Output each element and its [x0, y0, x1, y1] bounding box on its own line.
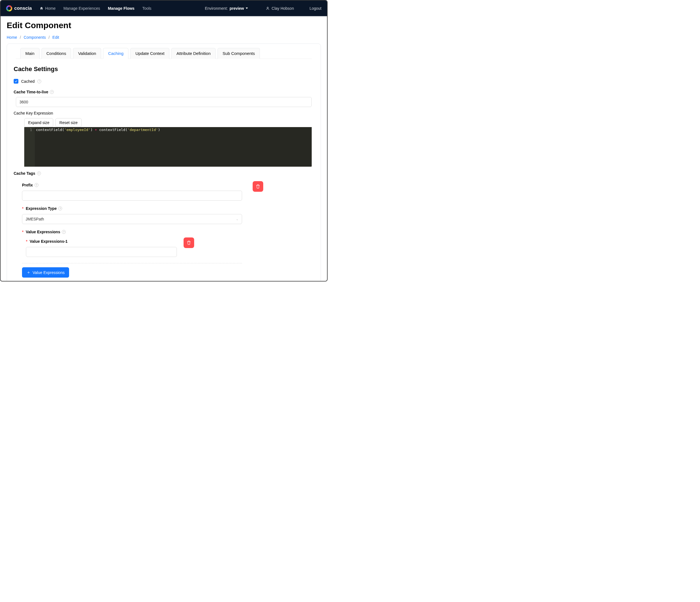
brand: conscia: [6, 5, 32, 11]
card: Main Conditions Validation Caching Updat…: [7, 44, 321, 281]
user-menu[interactable]: Clay Hobson: [266, 6, 294, 10]
expression-type-label: Expression Type: [26, 206, 56, 211]
tab-sub-components[interactable]: Sub Components: [218, 48, 260, 59]
nav-manage-experiences[interactable]: Manage Experiences: [64, 6, 100, 10]
top-nav: conscia Home Manage Experiences Manage F…: [1, 1, 327, 16]
chevron-down-icon: ⌄: [236, 217, 239, 221]
delete-tag-button[interactable]: [253, 181, 263, 192]
tab-conditions[interactable]: Conditions: [42, 48, 71, 59]
trash-icon: [186, 241, 191, 245]
nav-links: Home Manage Experiences Manage Flows Too…: [40, 6, 151, 10]
nav-manage-flows[interactable]: Manage Flows: [108, 6, 134, 10]
cache-tags-label: Cache Tags: [14, 171, 35, 175]
content-area[interactable]: Edit Component Home / Components / Edit …: [1, 17, 327, 281]
help-icon[interactable]: ?: [50, 90, 54, 94]
breadcrumb: Home / Components / Edit: [7, 35, 321, 40]
required-marker: *: [26, 239, 27, 244]
cached-checkbox[interactable]: [14, 79, 18, 83]
tab-attribute-definition[interactable]: Attribute Definition: [171, 48, 216, 59]
divider: [22, 263, 242, 263]
tab-validation[interactable]: Validation: [73, 48, 101, 59]
code-editor[interactable]: 1 contextField('employeeId') + contextFi…: [24, 127, 312, 167]
help-icon[interactable]: ?: [37, 79, 41, 83]
breadcrumb-edit: Edit: [52, 35, 59, 40]
add-value-expressions-label: Value Expressions: [32, 270, 65, 275]
home-icon: [40, 6, 44, 10]
environment-value: preview: [229, 6, 244, 10]
code-line[interactable]: contextField('employeeId') + contextFiel…: [35, 127, 162, 167]
nav-home[interactable]: Home: [40, 6, 55, 10]
help-icon[interactable]: ?: [34, 183, 39, 187]
prefix-input[interactable]: [22, 191, 242, 201]
page-title: Edit Component: [7, 21, 321, 30]
tab-main[interactable]: Main: [20, 48, 40, 59]
value-expressions-1-label: Value Expressions-1: [29, 239, 68, 244]
trash-icon: [256, 184, 260, 189]
tab-bar: Main Conditions Validation Caching Updat…: [16, 48, 312, 59]
value-expressions-label: Value Expressions: [26, 230, 60, 234]
environment-label: Environment:: [205, 6, 228, 10]
brand-name: conscia: [14, 5, 32, 11]
logout-link[interactable]: Logout: [309, 6, 321, 10]
ttl-input[interactable]: [16, 97, 312, 107]
reset-size-button[interactable]: Reset size: [55, 118, 81, 127]
user-icon: [266, 6, 270, 10]
expression-type-select[interactable]: JMESPath ⌄: [22, 214, 242, 224]
nav-tools-label: Tools: [142, 6, 152, 10]
breadcrumb-components[interactable]: Components: [24, 35, 46, 40]
help-icon[interactable]: ?: [62, 230, 66, 234]
prefix-label: Prefix: [22, 183, 33, 187]
tab-update-context[interactable]: Update Context: [130, 48, 169, 59]
nav-home-label: Home: [45, 6, 55, 10]
value-expressions-1-input[interactable]: [26, 247, 177, 257]
nav-manage-experiences-label: Manage Experiences: [64, 6, 100, 10]
cache-key-expression-label: Cache Key Expression: [14, 111, 53, 115]
brand-logo-icon: [6, 5, 12, 11]
tab-caching[interactable]: Caching: [103, 48, 128, 59]
check-icon: [15, 80, 18, 83]
delete-value-expression-button[interactable]: [183, 238, 194, 248]
environment-switcher[interactable]: Environment: preview: [205, 6, 248, 10]
breadcrumb-home[interactable]: Home: [7, 35, 17, 40]
breadcrumb-sep: /: [20, 35, 21, 40]
required-marker: *: [22, 230, 23, 234]
svg-point-0: [267, 7, 269, 8]
cache-tag-item: Prefix ? * Expression Type ? JMESPath ⌄: [22, 183, 250, 278]
help-icon[interactable]: ?: [37, 171, 41, 175]
nav-tools[interactable]: Tools: [142, 6, 152, 10]
value-expression-row: * Value Expressions-1: [26, 239, 250, 257]
ttl-label: Cache Time-to-live: [14, 90, 48, 94]
user-name: Clay Hobson: [272, 6, 294, 10]
cached-label: Cached: [21, 79, 34, 83]
expression-type-value: JMESPath: [26, 217, 44, 221]
caret-down-icon: [246, 7, 248, 9]
nav-manage-flows-label: Manage Flows: [108, 6, 134, 10]
add-value-expressions-button[interactable]: ＋ Value Expressions: [22, 267, 69, 278]
help-icon[interactable]: ?: [58, 207, 62, 211]
code-gutter: 1: [24, 127, 35, 167]
plus-icon: ＋: [26, 270, 31, 275]
breadcrumb-sep: /: [48, 35, 50, 40]
section-title: Cache Settings: [14, 66, 312, 73]
expand-size-button[interactable]: Expand size: [24, 118, 53, 127]
required-marker: *: [22, 206, 23, 211]
